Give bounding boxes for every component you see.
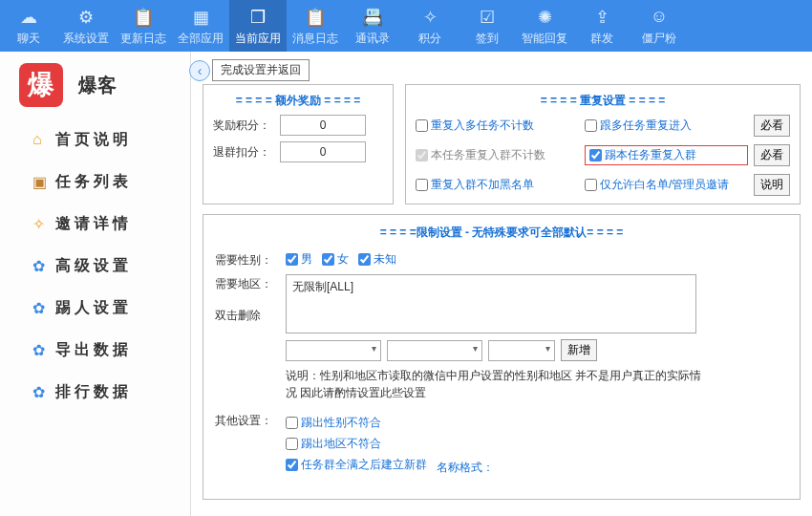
other-opt2-label: 踢出地区不符合: [301, 436, 381, 452]
nav-label: 群发: [590, 31, 613, 47]
gender-unknown-label: 未知: [374, 251, 396, 268]
dup-opt3-label: 本任务重复入群不计数: [431, 147, 545, 163]
nav-item-11[interactable]: ☺僵尸粉: [630, 0, 688, 52]
sidebar-item-1[interactable]: ▣任务列表: [0, 161, 190, 203]
nav-label: 更新日志: [120, 31, 166, 47]
brand-logo: 爆: [19, 63, 63, 107]
nav-label: 智能回复: [522, 31, 567, 47]
nav-icon: ⚙: [75, 6, 97, 29]
nav-icon: ✺: [533, 6, 556, 29]
brand: 爆 爆客: [0, 52, 190, 118]
nav-icon: 📋: [304, 6, 327, 29]
sidebar-item-0[interactable]: ⌂首页说明: [0, 118, 190, 161]
reward-input[interactable]: 0: [280, 115, 366, 136]
sidebar-icon: ✿: [32, 383, 55, 401]
gender-male[interactable]: 男: [286, 250, 312, 269]
sidebar-label: 高级设置: [55, 256, 132, 276]
nav-icon: ☑: [476, 6, 499, 29]
dup-desc-button[interactable]: 说明: [754, 174, 790, 196]
nav-item-7[interactable]: ✧积分: [401, 0, 459, 52]
other-opt2[interactable]: 踢出地区不符合: [286, 436, 381, 452]
nav-item-5[interactable]: 📋消息日志: [287, 0, 344, 52]
nav-item-6[interactable]: 📇通讯录: [344, 0, 401, 52]
duplicate-title: = = = = 重复设置 = = = =: [416, 93, 790, 109]
dup-view-button-1[interactable]: 必看: [754, 115, 790, 137]
other-opt3[interactable]: 任务群全满之后建立新群: [286, 457, 427, 473]
sidebar-item-2[interactable]: ✧邀请详情: [0, 203, 190, 245]
dup-opt4-label: 踢本任务重复入群: [605, 147, 696, 163]
back-button[interactable]: ‹ 完成设置并返回: [189, 59, 310, 81]
deduct-label: 退群扣分：: [213, 144, 280, 161]
nav-label: 聊天: [17, 31, 40, 47]
sidebar-icon: ✿: [32, 257, 55, 275]
nav-label: 通讯录: [355, 31, 390, 47]
brand-name: 爆客: [78, 73, 117, 98]
dup-opt3[interactable]: 本任务重复入群不计数: [416, 147, 579, 163]
reward-label: 奖励积分：: [213, 118, 280, 134]
dup-opt5[interactable]: 重复入群不加黑名单: [416, 177, 579, 193]
gender-female[interactable]: 女: [322, 250, 349, 269]
nav-label: 僵尸粉: [642, 31, 676, 47]
bonus-title: = = = = 额外奖励 = = = =: [213, 93, 383, 109]
other-opt1[interactable]: 踢出性别不符合: [286, 415, 381, 431]
region-select-3[interactable]: [488, 340, 555, 361]
back-arrow-icon: ‹: [189, 60, 210, 81]
limit-desc: 说明：性别和地区市读取的微信中用户设置的性别和地区 并不是用户真正的实际情况 因…: [286, 367, 706, 401]
sidebar-item-5[interactable]: ✿导出数据: [0, 329, 190, 371]
region-select-2[interactable]: [387, 340, 482, 361]
nav-icon: ☺: [648, 6, 671, 29]
sidebar-label: 排行数据: [55, 382, 132, 402]
name-format-label: 名称格式：: [437, 461, 494, 474]
nav-item-4[interactable]: ❒当前应用: [229, 0, 287, 52]
sidebar-label: 任务列表: [55, 172, 132, 192]
sidebar-label: 邀请详情: [55, 214, 132, 234]
sidebar-icon: ▣: [32, 173, 55, 191]
region-add-button[interactable]: 新增: [561, 339, 597, 361]
dup-view-button-2[interactable]: 必看: [754, 144, 790, 166]
nav-item-0[interactable]: ☁聊天: [0, 0, 57, 52]
nav-item-10[interactable]: ⇪群发: [573, 0, 630, 52]
nav-item-8[interactable]: ☑签到: [459, 0, 516, 52]
nav-label: 当前应用: [235, 31, 281, 47]
nav-label: 积分: [418, 31, 441, 47]
sidebar-item-6[interactable]: ✿排行数据: [0, 371, 190, 413]
region-label: 需要地区：: [215, 274, 286, 292]
nav-label: 消息日志: [292, 31, 338, 47]
sidebar: 爆 爆客 ⌂首页说明▣任务列表✧邀请详情✿高级设置✿踢人设置✿导出数据✿排行数据: [0, 52, 191, 516]
bonus-panel: = = = = 额外奖励 = = = = 奖励积分： 0 退群扣分： 0: [203, 84, 394, 204]
dup-opt2[interactable]: 跟多任务重复进入: [585, 118, 748, 134]
sidebar-item-3[interactable]: ✿高级设置: [0, 245, 190, 287]
region-select-1[interactable]: [286, 340, 381, 361]
region-textarea[interactable]: 无限制[ALL]: [286, 274, 696, 333]
gender-male-label: 男: [301, 251, 312, 268]
nav-icon: 📇: [361, 6, 384, 29]
nav-icon: ✧: [418, 6, 441, 29]
top-nav: ☁聊天⚙系统设置📋更新日志▦全部应用❒当前应用📋消息日志📇通讯录✧积分☑签到✺智…: [0, 0, 812, 52]
other-opt3-label: 任务群全满之后建立新群: [301, 457, 427, 473]
sidebar-label: 首页说明: [55, 130, 132, 150]
nav-icon: ❒: [246, 6, 269, 29]
dup-opt4[interactable]: 踢本任务重复入群: [585, 145, 748, 165]
gender-unknown[interactable]: 未知: [358, 250, 396, 269]
nav-label: 全部应用: [178, 31, 224, 47]
nav-icon: ⇪: [590, 6, 613, 29]
dup-opt1-label: 重复入多任务不计数: [431, 118, 534, 134]
nav-icon: 📋: [132, 6, 155, 29]
dup-opt6[interactable]: 仅允许白名单/管理员邀请: [585, 177, 748, 193]
nav-item-3[interactable]: ▦全部应用: [172, 0, 229, 52]
nav-item-1[interactable]: ⚙系统设置: [57, 0, 115, 52]
dup-opt1[interactable]: 重复入多任务不计数: [416, 118, 579, 134]
deduct-input[interactable]: 0: [280, 141, 366, 162]
other-label: 其他设置：: [215, 411, 286, 480]
content-pane: ‹ 完成设置并返回 = = = = 额外奖励 = = = = 奖励积分： 0 退…: [191, 52, 812, 516]
dup-opt6-label: 仅允许白名单/管理员邀请: [600, 177, 729, 193]
nav-icon: ▦: [189, 6, 212, 29]
back-button-label: 完成设置并返回: [212, 59, 310, 81]
dup-opt5-label: 重复入群不加黑名单: [431, 177, 534, 193]
sidebar-label: 踢人设置: [55, 298, 132, 318]
gender-female-label: 女: [337, 251, 349, 268]
limit-title: = = = =限制设置 - 无特殊要求可全部默认= = = =: [215, 225, 788, 241]
nav-item-9[interactable]: ✺智能回复: [516, 0, 573, 52]
sidebar-item-4[interactable]: ✿踢人设置: [0, 287, 190, 329]
nav-item-2[interactable]: 📋更新日志: [115, 0, 172, 52]
